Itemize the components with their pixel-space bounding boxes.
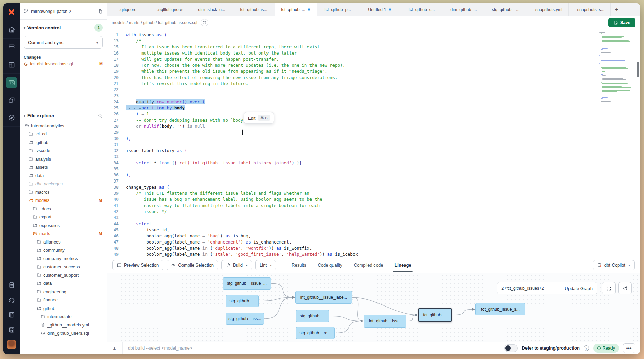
code-line[interactable]: 15 If an issue has been transferred to a… [107, 44, 640, 50]
lineage-node-stg_github_[interactable]: stg_github_... [296, 310, 329, 322]
editor-tab[interactable]: dim_github_... [443, 3, 485, 16]
lineage-node-fct_github_issue_s[interactable]: fct_github_issue_s... [475, 303, 525, 315]
code-line[interactable]: 22 [107, 87, 640, 93]
editor-scrollbar-thumb[interactable] [637, 62, 639, 77]
search-icon[interactable] [98, 113, 103, 118]
tree-folder-.vscode[interactable]: .vscode [20, 147, 107, 155]
tree-folder-export[interactable]: export [20, 213, 107, 221]
develop-icon[interactable] [3, 74, 20, 91]
dbt-copilot-button[interactable]: dbt Copilot ▾ [593, 260, 635, 270]
code-editor[interactable]: 1with issues as (13 /*15 If an issue has… [107, 29, 640, 257]
tree-folder-alliances[interactable]: alliances [20, 238, 107, 246]
tree-file-_github__models.yml[interactable]: _github__models.yml [20, 321, 107, 329]
code-line[interactable]: 37 [107, 178, 640, 184]
lineage-node-stg_github__issue_[interactable]: stg_github__issue_... [223, 277, 271, 290]
editor-tab[interactable]: fct_github_... [275, 3, 317, 16]
editor-tab[interactable]: Untitled-1 [359, 3, 401, 16]
tree-folder-company_metrics[interactable]: company_metrics [20, 254, 107, 263]
user-avatar[interactable] [3, 337, 20, 352]
tree-folder-models[interactable]: modelsM [20, 196, 107, 205]
code-line[interactable]: 31 [107, 142, 640, 148]
lineage-node-int_github__issue_labe[interactable]: int_github__issue_labe... [295, 291, 352, 304]
discover-icon[interactable] [3, 109, 20, 127]
code-line[interactable]: 30), [107, 135, 640, 142]
copy-icon[interactable] [98, 9, 103, 14]
lineage-node-fct_github_[interactable]: fct_github_... [418, 308, 452, 322]
stack-icon[interactable] [3, 39, 20, 56]
code-line[interactable]: 28 or nullif(body, '') is null [107, 123, 640, 129]
code-line[interactable]: 21 Let's revisit this modeling in the fu… [107, 81, 640, 87]
code-line[interactable]: 33 [107, 154, 640, 160]
checklist-icon[interactable] [3, 277, 20, 292]
expand-command-bar-button[interactable]: ▲ [107, 342, 123, 354]
tree-folder-.github[interactable]: .github [20, 138, 107, 147]
editor-tab[interactable]: _snapshots.yml [527, 3, 569, 16]
code-line[interactable]: 36), [107, 172, 640, 178]
editor-tab[interactable]: _snapshots_s... [569, 3, 611, 16]
file-explorer-header[interactable]: ▾ File explorer [20, 109, 107, 120]
code-line[interactable]: 18 For now, choose the one with more rec… [107, 62, 640, 68]
tree-folder-dbt_packages[interactable]: dbt_packages [20, 180, 107, 188]
code-line[interactable]: 47 boolor_agg(label_name = 'enhancement'… [107, 239, 640, 245]
code-line[interactable]: 41 easiest way to flatten multiple label… [107, 203, 640, 209]
new-tab-button[interactable]: + [611, 3, 622, 16]
tree-folder-.ci_cd[interactable]: .ci_cd [20, 130, 107, 139]
code-line[interactable]: 32issue_label_history as ( [107, 148, 640, 154]
lineage-node-int_github__iss[interactable]: int_github__iss... [364, 315, 406, 328]
tree-folder-internal-analytics[interactable]: internal-analytics [20, 122, 107, 130]
code-line[interactable]: 42 issue. */ [107, 209, 640, 215]
minimap[interactable] [599, 32, 632, 106]
grid-icon[interactable] [3, 56, 20, 74]
code-line[interactable]: 48 boolor_agg(label_name in ('duplicate'… [107, 245, 640, 251]
tree-folder-customer_support[interactable]: customer_support [20, 271, 107, 279]
lineage-node-stg_github_[interactable]: stg_github_... [226, 295, 259, 307]
dbt-logo-icon[interactable] [3, 3, 20, 21]
compile-selection-button[interactable]: Compile Selection [167, 260, 218, 270]
support-headset-icon[interactable] [3, 292, 20, 307]
tree-folder-exposures[interactable]: exposures [20, 221, 107, 230]
editor-tab[interactable]: fct_github_is... [233, 3, 275, 16]
code-line[interactable]: 20 this has the effect of removing the n… [107, 75, 640, 81]
tree-folder-customer_success[interactable]: customer_success [20, 263, 107, 271]
code-line[interactable]: 16 multiple issues with identical body t… [107, 50, 640, 56]
code-line[interactable]: 29 [107, 129, 640, 135]
code-line[interactable]: 44 select [107, 221, 640, 227]
code-line[interactable]: 34 select * from {{ ref('int_github__iss… [107, 160, 640, 166]
editor-tab[interactable]: .sqlfluffignore [149, 3, 191, 16]
editor-tab[interactable]: fct_github_p... [317, 3, 359, 16]
save-button[interactable]: Save [608, 18, 635, 27]
tree-folder-finance[interactable]: finance [20, 296, 107, 304]
tree-folder-marts[interactable]: martsM [20, 230, 107, 238]
tree-folder-data[interactable]: data [20, 171, 107, 180]
code-line[interactable]: 39 /* This CTE flattens the different is… [107, 190, 640, 196]
code-line[interactable]: 17 will get updates for events that happ… [107, 56, 640, 62]
editor-tab[interactable]: fct_github_c... [401, 3, 443, 16]
tree-folder-_docs[interactable]: _docs [20, 205, 107, 213]
code-line[interactable]: 46 boolor_agg(label_name = 'bug') as is_… [107, 233, 640, 239]
editor-tab[interactable]: dim_slack_u... [191, 3, 233, 16]
tree-folder-analysis[interactable]: analysis [20, 155, 107, 163]
docs-book-icon[interactable] [3, 307, 20, 322]
code-line[interactable]: 38change_types as ( [107, 184, 640, 190]
code-line[interactable]: 45 issue_id, [107, 227, 640, 233]
file-link-icon[interactable] [201, 19, 208, 26]
help-icon[interactable]: ? [584, 345, 589, 351]
code-line[interactable]: 25 partition by body [107, 105, 640, 111]
editor-tab[interactable]: .gitignore [107, 3, 149, 16]
tree-folder-intermediate[interactable]: intermediate [20, 313, 107, 321]
tree-folder-community[interactable]: community [20, 246, 107, 255]
code-line[interactable]: 24 qualify row_number() over ( [107, 99, 640, 105]
lint-button[interactable]: Lint ▾ [255, 260, 276, 270]
editor-tab[interactable]: stg_github__... [485, 3, 527, 16]
defer-toggle[interactable] [504, 344, 518, 352]
code-line[interactable]: 23 [107, 93, 640, 99]
branch-row[interactable]: mirnawong1-patch-2 [20, 3, 107, 20]
code-line[interactable]: 35 [107, 166, 640, 172]
tree-file-dim_github_users.sql[interactable]: dim_github_users.sql [20, 329, 107, 338]
code-line[interactable]: 49 boolor_agg(label_name in ('stale', 'g… [107, 251, 640, 257]
build-button[interactable]: Build ▾ [221, 260, 252, 270]
commit-and-sync-button[interactable]: Commit and sync ▾ [24, 36, 103, 49]
home-icon[interactable] [3, 21, 20, 39]
tab-lineage[interactable]: Lineage [394, 257, 411, 273]
code-line[interactable]: 27 -- don't try deduping issues with no … [107, 117, 640, 123]
